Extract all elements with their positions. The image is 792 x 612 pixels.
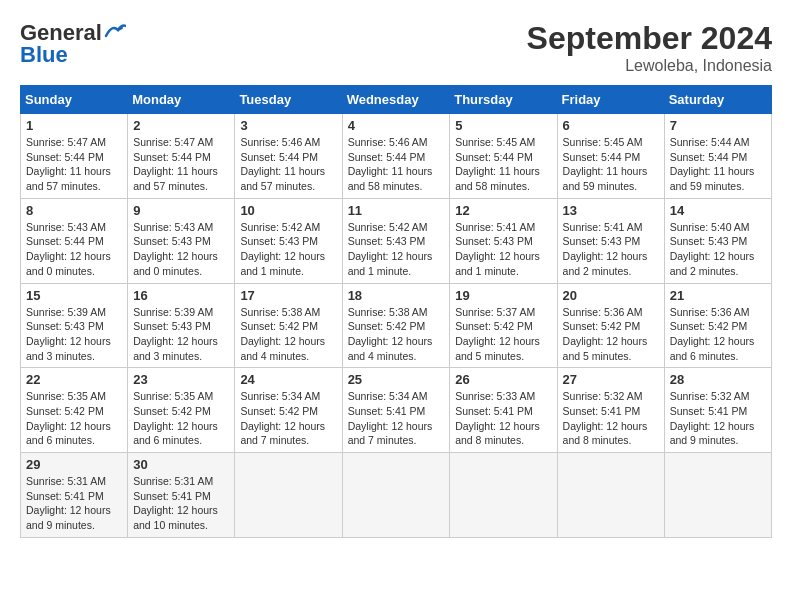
day-number: 17 — [240, 288, 336, 303]
day-number: 10 — [240, 203, 336, 218]
col-wednesday: Wednesday — [342, 86, 450, 114]
daylight-label: Daylight: 12 hours and 9 minutes. — [670, 420, 755, 447]
calendar-cell — [342, 453, 450, 538]
day-info: Sunrise: 5:46 AM Sunset: 5:44 PM Dayligh… — [348, 135, 445, 194]
sunrise-label: Sunrise: 5:42 AM — [240, 221, 320, 233]
day-number: 30 — [133, 457, 229, 472]
sunset-label: Sunset: 5:41 PM — [563, 405, 641, 417]
daylight-label: Daylight: 11 hours and 57 minutes. — [26, 165, 111, 192]
sunset-label: Sunset: 5:41 PM — [26, 490, 104, 502]
daylight-label: Daylight: 12 hours and 1 minute. — [240, 250, 325, 277]
day-info: Sunrise: 5:38 AM Sunset: 5:42 PM Dayligh… — [240, 305, 336, 364]
day-info: Sunrise: 5:43 AM Sunset: 5:44 PM Dayligh… — [26, 220, 122, 279]
calendar-cell: 1 Sunrise: 5:47 AM Sunset: 5:44 PM Dayli… — [21, 114, 128, 199]
calendar-cell: 5 Sunrise: 5:45 AM Sunset: 5:44 PM Dayli… — [450, 114, 557, 199]
sunrise-label: Sunrise: 5:34 AM — [240, 390, 320, 402]
daylight-label: Daylight: 12 hours and 2 minutes. — [563, 250, 648, 277]
location: Lewoleba, Indonesia — [527, 57, 772, 75]
day-number: 22 — [26, 372, 122, 387]
calendar-cell: 26 Sunrise: 5:33 AM Sunset: 5:41 PM Dayl… — [450, 368, 557, 453]
sunset-label: Sunset: 5:42 PM — [240, 320, 318, 332]
day-info: Sunrise: 5:38 AM Sunset: 5:42 PM Dayligh… — [348, 305, 445, 364]
sunrise-label: Sunrise: 5:36 AM — [670, 306, 750, 318]
calendar-cell: 14 Sunrise: 5:40 AM Sunset: 5:43 PM Dayl… — [664, 198, 771, 283]
day-info: Sunrise: 5:43 AM Sunset: 5:43 PM Dayligh… — [133, 220, 229, 279]
sunset-label: Sunset: 5:44 PM — [133, 151, 211, 163]
sunrise-label: Sunrise: 5:47 AM — [133, 136, 213, 148]
calendar-cell: 3 Sunrise: 5:46 AM Sunset: 5:44 PM Dayli… — [235, 114, 342, 199]
sunrise-label: Sunrise: 5:32 AM — [563, 390, 643, 402]
sunrise-label: Sunrise: 5:37 AM — [455, 306, 535, 318]
logo-blue-text: Blue — [20, 42, 68, 68]
title-area: September 2024 Lewoleba, Indonesia — [527, 20, 772, 75]
sunrise-label: Sunrise: 5:43 AM — [26, 221, 106, 233]
calendar-cell: 17 Sunrise: 5:38 AM Sunset: 5:42 PM Dayl… — [235, 283, 342, 368]
daylight-label: Daylight: 12 hours and 1 minute. — [348, 250, 433, 277]
sunrise-label: Sunrise: 5:31 AM — [26, 475, 106, 487]
sunset-label: Sunset: 5:43 PM — [240, 235, 318, 247]
sunrise-label: Sunrise: 5:40 AM — [670, 221, 750, 233]
calendar-cell: 11 Sunrise: 5:42 AM Sunset: 5:43 PM Dayl… — [342, 198, 450, 283]
sunrise-label: Sunrise: 5:44 AM — [670, 136, 750, 148]
day-info: Sunrise: 5:32 AM Sunset: 5:41 PM Dayligh… — [563, 389, 659, 448]
calendar-cell: 12 Sunrise: 5:41 AM Sunset: 5:43 PM Dayl… — [450, 198, 557, 283]
daylight-label: Daylight: 12 hours and 3 minutes. — [26, 335, 111, 362]
sunset-label: Sunset: 5:42 PM — [563, 320, 641, 332]
col-thursday: Thursday — [450, 86, 557, 114]
day-info: Sunrise: 5:47 AM Sunset: 5:44 PM Dayligh… — [26, 135, 122, 194]
calendar-cell: 30 Sunrise: 5:31 AM Sunset: 5:41 PM Dayl… — [128, 453, 235, 538]
calendar-cell: 15 Sunrise: 5:39 AM Sunset: 5:43 PM Dayl… — [21, 283, 128, 368]
sunset-label: Sunset: 5:42 PM — [455, 320, 533, 332]
calendar-week-row: 15 Sunrise: 5:39 AM Sunset: 5:43 PM Dayl… — [21, 283, 772, 368]
daylight-label: Daylight: 12 hours and 7 minutes. — [240, 420, 325, 447]
day-info: Sunrise: 5:39 AM Sunset: 5:43 PM Dayligh… — [133, 305, 229, 364]
sunset-label: Sunset: 5:43 PM — [348, 235, 426, 247]
col-friday: Friday — [557, 86, 664, 114]
sunset-label: Sunset: 5:42 PM — [133, 405, 211, 417]
day-info: Sunrise: 5:31 AM Sunset: 5:41 PM Dayligh… — [133, 474, 229, 533]
day-number: 1 — [26, 118, 122, 133]
day-number: 9 — [133, 203, 229, 218]
calendar-cell: 13 Sunrise: 5:41 AM Sunset: 5:43 PM Dayl… — [557, 198, 664, 283]
sunrise-label: Sunrise: 5:46 AM — [348, 136, 428, 148]
sunrise-label: Sunrise: 5:32 AM — [670, 390, 750, 402]
day-number: 6 — [563, 118, 659, 133]
sunrise-label: Sunrise: 5:43 AM — [133, 221, 213, 233]
day-number: 29 — [26, 457, 122, 472]
calendar-cell: 18 Sunrise: 5:38 AM Sunset: 5:42 PM Dayl… — [342, 283, 450, 368]
sunrise-label: Sunrise: 5:39 AM — [26, 306, 106, 318]
daylight-label: Daylight: 12 hours and 6 minutes. — [670, 335, 755, 362]
logo-bird-icon — [104, 22, 126, 40]
page-header: General Blue September 2024 Lewoleba, In… — [20, 20, 772, 75]
daylight-label: Daylight: 12 hours and 4 minutes. — [348, 335, 433, 362]
day-number: 13 — [563, 203, 659, 218]
day-number: 27 — [563, 372, 659, 387]
day-number: 19 — [455, 288, 551, 303]
day-info: Sunrise: 5:45 AM Sunset: 5:44 PM Dayligh… — [563, 135, 659, 194]
day-number: 21 — [670, 288, 766, 303]
sunrise-label: Sunrise: 5:34 AM — [348, 390, 428, 402]
sunset-label: Sunset: 5:44 PM — [670, 151, 748, 163]
day-number: 12 — [455, 203, 551, 218]
calendar-cell: 9 Sunrise: 5:43 AM Sunset: 5:43 PM Dayli… — [128, 198, 235, 283]
calendar-cell: 7 Sunrise: 5:44 AM Sunset: 5:44 PM Dayli… — [664, 114, 771, 199]
sunset-label: Sunset: 5:43 PM — [670, 235, 748, 247]
sunrise-label: Sunrise: 5:33 AM — [455, 390, 535, 402]
day-number: 14 — [670, 203, 766, 218]
calendar-week-row: 8 Sunrise: 5:43 AM Sunset: 5:44 PM Dayli… — [21, 198, 772, 283]
calendar-cell: 8 Sunrise: 5:43 AM Sunset: 5:44 PM Dayli… — [21, 198, 128, 283]
day-number: 18 — [348, 288, 445, 303]
daylight-label: Daylight: 11 hours and 59 minutes. — [670, 165, 755, 192]
day-number: 3 — [240, 118, 336, 133]
calendar-cell: 25 Sunrise: 5:34 AM Sunset: 5:41 PM Dayl… — [342, 368, 450, 453]
day-info: Sunrise: 5:41 AM Sunset: 5:43 PM Dayligh… — [455, 220, 551, 279]
daylight-label: Daylight: 12 hours and 3 minutes. — [133, 335, 218, 362]
day-number: 26 — [455, 372, 551, 387]
day-number: 16 — [133, 288, 229, 303]
calendar-week-row: 22 Sunrise: 5:35 AM Sunset: 5:42 PM Dayl… — [21, 368, 772, 453]
day-number: 25 — [348, 372, 445, 387]
daylight-label: Daylight: 12 hours and 10 minutes. — [133, 504, 218, 531]
calendar-cell: 19 Sunrise: 5:37 AM Sunset: 5:42 PM Dayl… — [450, 283, 557, 368]
sunset-label: Sunset: 5:41 PM — [348, 405, 426, 417]
daylight-label: Daylight: 12 hours and 7 minutes. — [348, 420, 433, 447]
